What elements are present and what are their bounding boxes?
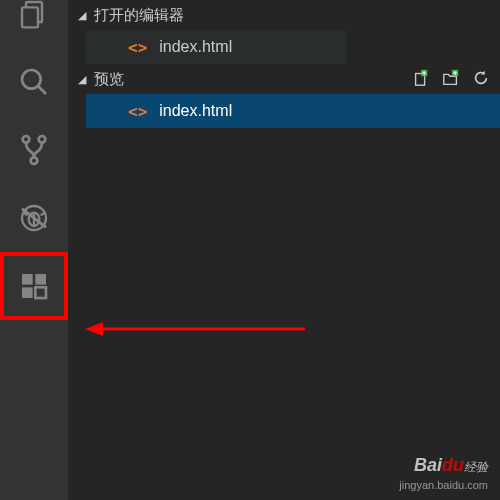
section-label: 打开的编辑器 xyxy=(94,6,184,25)
code-icon: <> xyxy=(128,38,147,57)
chevron-down-icon: ◢ xyxy=(78,73,94,86)
search-icon[interactable] xyxy=(0,48,68,116)
watermark-brand-sub: 经验 xyxy=(464,460,488,474)
watermark-brand-2: du xyxy=(442,455,464,475)
svg-rect-1 xyxy=(22,7,38,27)
code-icon: <> xyxy=(128,102,147,121)
source-control-icon[interactable] xyxy=(0,116,68,184)
file-name-label: index.html xyxy=(159,102,232,120)
watermark: Baidu经验 jingyan.baidu.com xyxy=(399,454,488,492)
refresh-icon[interactable] xyxy=(472,69,490,90)
preview-file-item[interactable]: <> index.html xyxy=(86,94,500,128)
svg-point-6 xyxy=(31,157,38,164)
svg-rect-14 xyxy=(35,274,46,285)
svg-rect-13 xyxy=(22,274,33,285)
new-file-icon[interactable] xyxy=(412,69,430,90)
open-editor-file-item[interactable]: <> index.html xyxy=(86,30,346,64)
section-actions xyxy=(412,69,490,90)
preview-section-header[interactable]: ◢ 预览 xyxy=(68,64,500,94)
debug-icon[interactable] xyxy=(0,184,68,252)
watermark-url: jingyan.baidu.com xyxy=(399,478,488,492)
svg-rect-16 xyxy=(35,287,46,298)
watermark-brand-1: Bai xyxy=(414,455,442,475)
file-name-label: index.html xyxy=(159,38,232,56)
svg-point-4 xyxy=(23,136,30,143)
svg-point-2 xyxy=(22,70,41,89)
section-label: 预览 xyxy=(94,70,124,89)
sidebar-panel: ◢ 打开的编辑器 <> index.html ◢ 预览 <> index.htm… xyxy=(68,0,500,500)
svg-line-11 xyxy=(41,213,45,216)
chevron-down-icon: ◢ xyxy=(78,9,94,22)
open-editors-section-header[interactable]: ◢ 打开的编辑器 xyxy=(68,0,500,30)
svg-rect-15 xyxy=(22,287,33,298)
svg-point-5 xyxy=(39,136,46,143)
new-folder-icon[interactable] xyxy=(442,69,460,90)
explorer-icon[interactable] xyxy=(0,0,68,48)
extensions-icon[interactable] xyxy=(0,252,68,320)
svg-line-3 xyxy=(38,86,46,94)
activity-bar xyxy=(0,0,68,500)
